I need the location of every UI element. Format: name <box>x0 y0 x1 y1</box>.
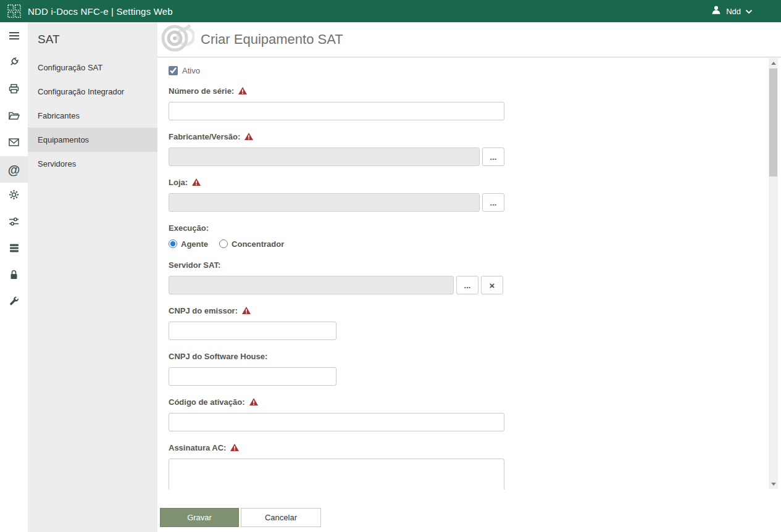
server-icon <box>9 243 19 256</box>
fabricante-versao-input <box>169 148 480 166</box>
cnpj-software-house-label-row: CNPJ do Software House: <box>169 351 756 361</box>
radio-concentrador[interactable]: Concentrador <box>219 239 284 249</box>
user-menu[interactable]: Ndd <box>711 4 774 18</box>
rail-item-printer[interactable] <box>0 77 28 103</box>
servidor-sat-label-row: Servidor SAT: <box>169 260 756 270</box>
ativo-label: Ativo <box>182 66 200 75</box>
save-button[interactable]: Gravar <box>160 508 239 527</box>
servidor-sat-input <box>169 276 454 294</box>
envelope-icon <box>9 138 19 149</box>
menu-icon <box>9 31 20 43</box>
required-warning-icon <box>244 133 253 140</box>
execucao-radio-group: Agente Concentrador <box>169 239 756 249</box>
fabricante-versao-browse-button[interactable]: ... <box>482 148 504 166</box>
required-warning-icon <box>192 178 201 186</box>
sidebar-item-equipamentos[interactable]: Equipamentos <box>28 128 157 152</box>
loja-input-row: ... <box>169 193 756 212</box>
rail-item-plug[interactable] <box>0 50 28 77</box>
triangle-up-icon <box>771 62 776 65</box>
page-title: Criar Equipamento SAT <box>201 31 343 48</box>
assinatura-ac-label-row: Assinatura AC: <box>169 443 756 452</box>
user-name: Ndd <box>726 7 741 16</box>
required-warning-icon <box>242 307 251 314</box>
sidebar-item-configuracao-sat[interactable]: Configuração SAT <box>28 56 157 80</box>
sidebar-item-servidores[interactable]: Servidores <box>28 152 157 176</box>
required-warning-icon <box>230 444 239 451</box>
field-cnpj-emissor: CNPJ do emissor: <box>169 305 756 340</box>
main-panel: Criar Equipamento SAT Ativo Número de sé… <box>157 22 781 532</box>
triangle-down-icon <box>771 483 776 486</box>
rail-item-menu[interactable] <box>0 23 28 50</box>
app-logo-icon <box>7 4 21 18</box>
field-execucao: Execução: Agente Concentrador <box>169 223 756 249</box>
gear-icon <box>9 189 19 202</box>
topbar: NDD i-Docs NFC-e | Settings Web Ndd <box>0 0 781 22</box>
swirl-logo-icon <box>159 23 194 56</box>
form-footer: Gravar Cancelar <box>157 489 781 527</box>
vertical-scrollbar[interactable] <box>769 58 778 489</box>
chevron-down-icon <box>745 6 753 17</box>
rail-item-at[interactable]: @ <box>0 156 28 183</box>
field-fabricante-versao: Fabricante/Versão: ... <box>169 131 756 166</box>
radio-concentrador-input[interactable] <box>219 239 228 248</box>
field-numero-serie: Número de série: <box>169 86 756 120</box>
sidebar-title: SAT <box>28 22 157 56</box>
servidor-sat-clear-button[interactable]: × <box>481 276 503 294</box>
ativo-row: Ativo <box>169 65 756 76</box>
rail-item-wrench[interactable] <box>0 289 28 315</box>
icon-rail: @ <box>0 22 28 532</box>
rail-item-sliders[interactable] <box>0 209 28 236</box>
rail-item-folder[interactable] <box>0 103 28 130</box>
sidebar: SAT Configuração SAT Configuração Integr… <box>28 22 157 532</box>
cnpj-software-house-input[interactable] <box>169 367 336 386</box>
codigo-ativacao-label-row: Código de ativação: <box>169 397 756 407</box>
cancel-button[interactable]: Cancelar <box>241 508 321 527</box>
cnpj-emissor-input[interactable] <box>169 322 336 340</box>
printer-icon <box>9 84 19 96</box>
field-cnpj-software-house: CNPJ do Software House: <box>169 351 756 386</box>
rail-item-envelope[interactable] <box>0 130 28 156</box>
assinatura-ac-label: Assinatura AC: <box>169 443 226 452</box>
scroll-down-button[interactable] <box>769 479 778 489</box>
required-warning-icon <box>238 87 247 94</box>
fabricante-versao-input-row: ... <box>169 148 756 166</box>
radio-agente-label: Agente <box>181 239 208 249</box>
plug-icon <box>8 56 20 70</box>
servidor-sat-input-row: ... × <box>169 276 756 294</box>
radio-agente[interactable]: Agente <box>169 239 208 249</box>
radio-concentrador-label: Concentrador <box>232 239 284 249</box>
rail-item-gear[interactable] <box>0 183 28 209</box>
codigo-ativacao-input[interactable] <box>169 413 504 431</box>
form-scroll-region: Ativo Número de série: Fabricante/V <box>157 57 781 489</box>
codigo-ativacao-label: Código de ativação: <box>169 397 245 407</box>
app-title: NDD i-Docs NFC-e | Settings Web <box>28 6 173 17</box>
numero-serie-input[interactable] <box>169 102 504 120</box>
cnpj-emissor-label: CNPJ do emissor: <box>169 306 238 315</box>
rail-item-lock[interactable] <box>0 262 28 289</box>
servidor-sat-label: Servidor SAT: <box>169 260 220 270</box>
radio-agente-input[interactable] <box>169 239 177 248</box>
ativo-checkbox[interactable] <box>169 66 178 75</box>
field-assinatura-ac: Assinatura AC: <box>169 443 756 489</box>
folder-icon <box>9 111 20 122</box>
assinatura-ac-textarea[interactable] <box>169 459 504 489</box>
loja-label-row: Loja: <box>169 177 756 187</box>
at-icon: @ <box>8 164 20 176</box>
lock-icon <box>9 270 19 282</box>
fabricante-versao-label: Fabricante/Versão: <box>169 132 240 141</box>
sliders-icon <box>9 217 19 228</box>
numero-serie-label: Número de série: <box>169 86 234 96</box>
required-warning-icon <box>249 398 258 405</box>
wrench-icon <box>9 296 19 309</box>
servidor-sat-browse-button[interactable]: ... <box>456 276 478 294</box>
loja-browse-button[interactable]: ... <box>482 193 504 212</box>
sidebar-item-configuracao-integrador[interactable]: Configuração Integrador <box>28 80 157 104</box>
numero-serie-label-row: Número de série: <box>169 86 756 96</box>
user-icon <box>711 4 722 18</box>
field-servidor-sat: Servidor SAT: ... × <box>169 260 756 294</box>
execucao-label-row: Execução: <box>169 223 756 233</box>
scroll-up-button[interactable] <box>769 58 778 68</box>
scrollbar-thumb[interactable] <box>769 69 777 177</box>
sidebar-item-fabricantes[interactable]: Fabricantes <box>28 104 157 128</box>
rail-item-server[interactable] <box>0 236 28 262</box>
